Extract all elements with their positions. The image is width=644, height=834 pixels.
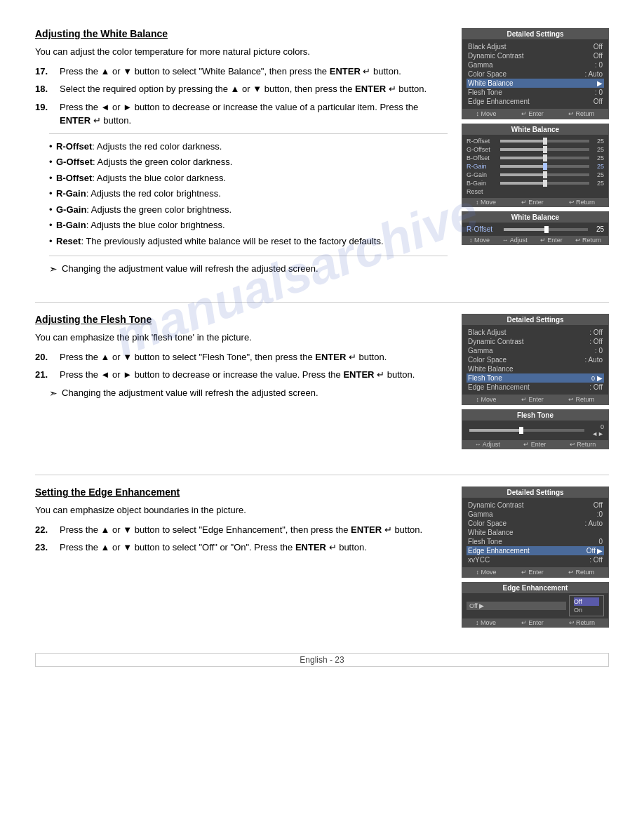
wb-single-row: R-Offset 25 [467,225,604,233]
page: manualsarchive Adjusting the White Balan… [0,0,644,834]
step-num-23: 23. [35,541,60,555]
title-edge-enhancement: Setting the Edge Enhancement [35,486,448,498]
tv-row-ft-edge-enh: Edge Enhancement: Off [467,383,604,392]
panel-wb-single: White Balance R-Offset 25 ↕ Move↔ Adj [462,211,609,245]
panel-detailed-settings-ee: Detailed Settings Dynamic ContrastOff Ga… [462,486,609,578]
section-flesh-tone: Adjusting the Flesh Tone You can emphasi… [35,314,609,454]
title-flesh-tone: Adjusting the Flesh Tone [35,314,448,325]
ee-option-off[interactable]: Off [574,597,599,606]
bullet-reset: Reset: The previously adjusted white bal… [49,234,448,249]
tv-row-ee-gamma: Gamma:0 [467,510,604,519]
bullet-b-gain: B-Gain: Adjusts the blue color brightnes… [49,218,448,232]
step-17: 17. Press the ▲ or ▼ button to select "W… [35,65,448,79]
wb-sliders-footer: ↕ Move↵ Enter↩ Return [462,198,608,206]
step-content-18: Select the required option by pressing t… [60,82,448,96]
footer-wrap: English - 23 [35,653,609,667]
step-num-17: 17. [35,65,60,79]
tv-row-ft-gamma: Gamma: 0 [467,346,604,355]
note-arrow-ft: ➣ [49,386,58,401]
panel-footer-detailed-wb: ↕ Move↵ Enter↩ Return [462,109,608,119]
panel-title-detailed-ee: Detailed Settings [462,487,608,498]
step-content-19: Press the ◄ or ► button to decrease or i… [60,100,448,128]
panel-footer-detailed-ft: ↕ Move↵ Enter↩ Return [462,395,608,404]
note-text-ft: Changing the adjustment value will refre… [62,386,318,400]
step-18: 18. Select the required option by pressi… [35,82,448,96]
bullet-g-gain: G-Gain: Adjusts the green color brightne… [49,203,448,217]
step-23: 23. Press the ▲ or ▼ button to select "O… [35,541,448,555]
panel-title-detailed-ft: Detailed Settings [462,315,608,325]
tv-row-flesh-tone: Flesh Tone: 0 [467,88,604,97]
ee-panel-footer: ↕ Move↵ Enter↩ Return [462,618,608,627]
tv-row-ee-flesh-tone: Flesh Tone0 [467,537,604,546]
step-20: 20. Press the ▲ or ▼ button to select "F… [35,350,448,364]
tv-row-gamma: Gamma: 0 [467,60,604,70]
note-text-wb: Changing the adjustment value will refre… [62,262,318,276]
panel-ft-single: Flesh Tone 0 ◄► ↔ Adjust↵ Enter↩ Return [462,409,609,449]
step-content-21: Press the ◄ or ► button to decrease or i… [60,368,448,382]
note-wb: ➣ Changing the adjustment value will ref… [49,262,448,277]
panel-body-detailed-ft: Black Adjust: Off Dynamic Contrast: Off … [462,325,608,395]
step-content-20: Press the ▲ or ▼ button to select "Flesh… [60,350,448,364]
ee-panel-body: Off ▶ Off On [462,593,608,618]
wb-sliders-body: R-Offset 25 G-Offset 25 B-Offset [462,135,608,198]
tv-row-ft-flesh-tone-hl: Flesh Tone0▶ [467,373,604,383]
bullet-b-offset: B-Offset: Adjusts the blue color darknes… [49,171,448,185]
note-arrow-wb: ➣ [49,262,58,277]
panel-footer-detailed-ee: ↕ Move↵ Enter↩ Return [462,567,608,577]
step-22: 22. Press the ▲ or ▼ button to select "E… [35,523,448,537]
ft-single-title: Flesh Tone [462,410,608,421]
page-footer: English - 23 [35,653,609,667]
step-num-20: 20. [35,350,60,364]
tv-row-edge-enhancement: Edge EnhancementOff [467,97,604,106]
tv-row-ee-dyn-contrast: Dynamic ContrastOff [467,501,604,510]
wb-row-b-gain: B-Gain 25 [467,179,604,187]
divider-1 [35,302,609,303]
tv-row-ee-xvycc: xvYCC: Off [467,555,604,564]
panel-body-detailed-wb: Black AdjustOff Dynamic ContrastOff Gamm… [462,39,608,109]
panel-title-detailed-wb: Detailed Settings [462,29,608,39]
wb-row-b-offset: B-Offset 25 [467,154,604,162]
wb-sliders-title: White Balance [462,124,608,135]
tv-row-ft-dynamic-contrast: Dynamic Contrast: Off [467,337,604,346]
tv-row-ft-black-adjust: Black Adjust: Off [467,328,604,337]
step-content-17: Press the ▲ or ▼ button to select "White… [60,65,448,79]
step-num-18: 18. [35,82,60,96]
tv-row-color-space: Color Space: Auto [467,70,604,79]
right-col-ft: Detailed Settings Black Adjust: Off Dyna… [462,314,609,454]
step-num-19: 19. [35,100,60,128]
title-white-balance: Adjusting the White Balance [35,28,448,39]
tv-row-dynamic-contrast: Dynamic ContrastOff [467,51,604,60]
panel-detailed-settings-wb: Detailed Settings Black AdjustOff Dynami… [462,28,609,119]
ft-slider-row: 0 ◄► [467,423,604,437]
wb-row-r-gain: R-Gain 25 [467,162,604,171]
tv-row-white-balance-hl: White Balance▶ [467,79,604,88]
right-col-ee: Detailed Settings Dynamic ContrastOff Ga… [462,486,609,632]
bullet-list-wb: R-Offset: Adjusts the red color darkness… [49,133,448,257]
section-edge-enhancement: Setting the Edge Enhancement You can emp… [35,486,609,632]
ee-option-on[interactable]: On [574,606,599,614]
step-num-21: 21. [35,368,60,382]
note-ft: ➣ Changing the adjustment value will ref… [49,386,448,401]
wb-single-title: White Balance [462,212,608,223]
step-21: 21. Press the ◄ or ► button to decrease … [35,368,448,382]
bullet-g-offset: G-Offset: Adjusts the green color darkne… [49,155,448,169]
panel-detailed-settings-ft: Detailed Settings Black Adjust: Off Dyna… [462,314,609,405]
ee-panel-title: Edge Enhancement [462,583,608,593]
tv-row-ee-color-space: Color Space: Auto [467,519,604,528]
wb-row-r-offset: R-Offset 25 [467,137,604,145]
wb-row-g-offset: G-Offset 25 [467,145,604,154]
tv-row-ft-color-space: Color Space: Auto [467,355,604,364]
right-col-wb: Detailed Settings Black AdjustOff Dynami… [462,28,609,281]
tv-row-black-adjust: Black AdjustOff [467,42,604,51]
divider-2 [35,475,609,475]
step-19: 19. Press the ◄ or ► button to decrease … [35,100,448,128]
step-content-22: Press the ▲ or ▼ button to select "Edge … [60,523,448,537]
tv-row-ee-wb: White Balance [467,528,604,537]
intro-edge-enhancement: You can emphasize object boundaries in t… [35,503,448,517]
wb-row-reset: Reset [467,187,604,196]
panel-edge-enhancement-options: Edge Enhancement Off ▶ Off On ↕ Move↵ En… [462,582,609,628]
section-white-balance: Adjusting the White Balance You can adju… [35,28,609,281]
ft-single-footer: ↔ Adjust↵ Enter↩ Return [462,440,608,449]
wb-single-footer: ↕ Move↔ Adjust↵ Enter↩ Return [462,236,608,244]
wb-single-body: R-Offset 25 [462,223,608,236]
